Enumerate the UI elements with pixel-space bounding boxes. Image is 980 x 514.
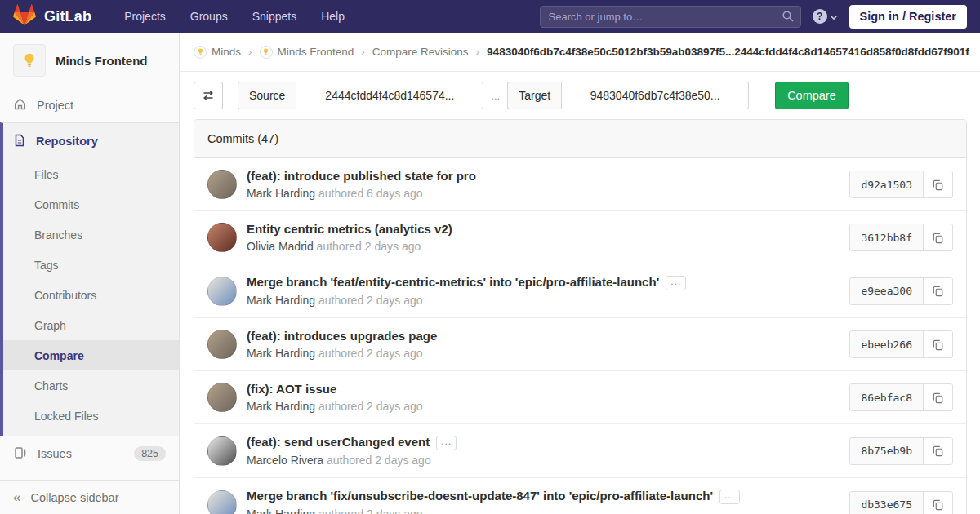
commit-author[interactable]: Olivia Madrid	[247, 240, 314, 253]
commits-list: (feat): introduce published state for pr…	[194, 158, 966, 514]
expand-commit-message-button[interactable]: ...	[436, 436, 457, 450]
commit-sha-group: ebeeb266	[849, 330, 953, 358]
commit-row: Entity centric metrics (analytics v2)...…	[194, 210, 966, 264]
author-avatar[interactable]	[207, 170, 237, 199]
help-menu[interactable]: ?	[813, 9, 838, 24]
form-separator: ...	[491, 90, 500, 102]
navbar-right: ? Sign in / Register	[540, 5, 967, 29]
commit-title[interactable]: (fix): AOT issue	[247, 382, 336, 396]
commit-sha[interactable]: 86ebfac8	[850, 384, 924, 410]
commit-title[interactable]: Entity centric metrics (analytics v2)	[247, 222, 452, 236]
commit-title[interactable]: Merge branch 'fix/unsubscribe-doesnt-upd…	[247, 489, 713, 503]
copy-icon	[932, 392, 944, 404]
breadcrumb-label[interactable]: Minds Frontend	[278, 46, 354, 58]
navbar-menu-item[interactable]: Snippets	[252, 10, 296, 23]
compare-button[interactable]: Compare	[775, 82, 849, 109]
expand-commit-message-button[interactable]: ...	[719, 490, 740, 504]
breadcrumb-label[interactable]: 9483040f6db7c4f38e50c5012bf3b59ab03897f5…	[487, 46, 969, 58]
sidebar-repository-section: Repository FilesCommitsBranchesTagsContr…	[0, 122, 179, 436]
commit-author[interactable]: Mark Harding	[247, 187, 315, 200]
home-icon	[13, 97, 27, 113]
breadcrumb-item: Compare Revisions ›	[372, 46, 487, 58]
copy-sha-button[interactable]	[924, 331, 952, 357]
sidebar-repo-subitem[interactable]: Branches	[3, 219, 179, 250]
swap-revisions-button[interactable]	[194, 82, 223, 109]
copy-sha-button[interactable]	[924, 224, 952, 250]
target-revision-input[interactable]	[561, 82, 749, 109]
author-avatar[interactable]	[207, 436, 237, 466]
commit-sha[interactable]: 3612bb8f	[850, 224, 924, 250]
breadcrumb-separator: ›	[476, 46, 480, 58]
copy-icon	[932, 285, 944, 297]
sidebar-repo-subitem[interactable]: Files	[3, 159, 179, 189]
commit-author[interactable]: Mark Harding	[247, 400, 315, 413]
commit-sha[interactable]: ebeeb266	[850, 331, 924, 357]
lightbulb-icon	[196, 47, 205, 56]
copy-sha-button[interactable]	[924, 171, 952, 197]
breadcrumb: Minds › Minds Frontend ›	[180, 33, 980, 72]
sidebar-project-header[interactable]: Minds Frontend	[0, 33, 179, 88]
collapse-sidebar-label: Collapse sidebar	[30, 491, 118, 504]
commit-row: (fix): AOT issue... Mark Harding authore…	[194, 370, 966, 423]
navbar-menu-item[interactable]: Help	[321, 10, 345, 23]
target-field-group: Target	[507, 82, 749, 109]
source-revision-input[interactable]	[296, 82, 483, 109]
search-input[interactable]	[540, 6, 801, 28]
author-avatar[interactable]	[207, 330, 237, 359]
commit-author[interactable]: Mark Harding	[247, 347, 315, 360]
sign-in-button[interactable]: Sign in / Register	[849, 5, 967, 29]
copy-sha-button[interactable]	[924, 278, 952, 304]
sidebar-item-project[interactable]: Project	[0, 88, 179, 122]
breadcrumb-label[interactable]: Minds	[212, 46, 241, 58]
sidebar-repo-subitem[interactable]: Locked Files	[3, 401, 179, 431]
project-avatar	[13, 44, 46, 77]
gitlab-brand[interactable]: GitLab	[13, 3, 91, 29]
top-navbar: GitLab ProjectsGroupsSnippetsHelp ? Sign…	[0, 0, 980, 33]
compare-form: Source ... Target Compare	[194, 82, 967, 109]
commit-title[interactable]: (feat): send userChanged event	[247, 435, 430, 449]
search-box	[540, 6, 801, 28]
commit-author[interactable]: Mark Harding	[247, 507, 315, 514]
commit-sha[interactable]: e9eea300	[850, 278, 924, 304]
author-avatar[interactable]	[207, 223, 237, 252]
sidebar-item-repository[interactable]: Repository	[3, 123, 179, 159]
copy-icon	[932, 445, 944, 457]
copy-sha-button[interactable]	[924, 384, 952, 410]
author-avatar[interactable]	[207, 383, 237, 412]
sidebar: Minds Frontend Project Repository FilesC…	[0, 33, 180, 514]
commit-sha[interactable]: 8b75eb9b	[850, 438, 924, 464]
commit-title[interactable]: (feat): introduces upgrades page	[247, 329, 437, 343]
commit-time: authored 2 days ago	[327, 454, 431, 467]
commit-sha[interactable]: db33e675	[850, 492, 924, 514]
search-icon[interactable]	[782, 10, 795, 26]
navbar-menu-item[interactable]: Groups	[190, 10, 228, 23]
commit-title[interactable]: Merge branch 'feat/entity-centric-metric…	[247, 275, 659, 289]
sidebar-repo-subitem[interactable]: Tags	[3, 250, 179, 280]
sidebar-repo-subitem[interactable]: Commits	[3, 189, 179, 219]
breadcrumb-label[interactable]: Compare Revisions	[372, 46, 469, 58]
commit-time: authored 2 days ago	[318, 507, 423, 514]
expand-commit-message-button[interactable]: ...	[666, 276, 686, 290]
commit-title[interactable]: (feat): introduce published state for pr…	[247, 169, 476, 183]
navbar-menu: ProjectsGroupsSnippetsHelp	[124, 10, 345, 23]
commit-author[interactable]: Mark Harding	[247, 294, 315, 307]
sidebar-item-issues[interactable]: Issues 825	[0, 436, 179, 471]
copy-sha-button[interactable]	[924, 492, 952, 514]
breadcrumb-item: Minds ›	[194, 46, 260, 59]
commit-time: authored 2 days ago	[318, 347, 423, 360]
issues-icon	[13, 446, 28, 462]
copy-sha-button[interactable]	[924, 438, 952, 464]
sidebar-repo-subitem[interactable]: Compare	[3, 340, 179, 370]
author-avatar[interactable]	[207, 490, 237, 514]
source-field-group: Source	[238, 82, 483, 109]
commits-count-header: Commits (47)	[194, 120, 966, 158]
commit-author[interactable]: Marcelo Rivera	[247, 454, 323, 467]
sidebar-repo-subitem[interactable]: Contributors	[3, 280, 179, 310]
sidebar-repo-subitem[interactable]: Charts	[3, 370, 179, 401]
sidebar-repo-subitem[interactable]: Graph	[3, 310, 179, 340]
navbar-menu-item[interactable]: Projects	[124, 10, 166, 23]
collapse-sidebar-button[interactable]: « Collapse sidebar	[0, 480, 179, 514]
commit-sha[interactable]: d92a1503	[850, 171, 924, 197]
sidebar-project-name: Minds Frontend	[56, 54, 148, 68]
author-avatar[interactable]	[207, 277, 237, 306]
